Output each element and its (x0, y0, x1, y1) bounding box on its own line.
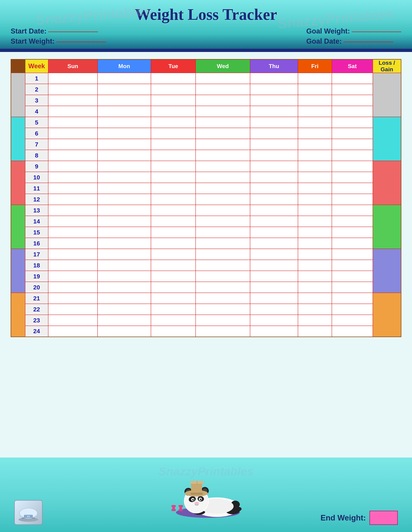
day-cell[interactable] (48, 260, 97, 271)
day-cell[interactable] (250, 183, 298, 194)
day-cell[interactable] (332, 194, 373, 205)
day-cell[interactable] (298, 304, 332, 315)
loss-gain-cell[interactable] (373, 161, 401, 205)
day-cell[interactable] (332, 282, 373, 293)
day-cell[interactable] (48, 282, 97, 293)
day-cell[interactable] (250, 194, 298, 205)
day-cell[interactable] (48, 216, 97, 227)
day-cell[interactable] (332, 106, 373, 117)
day-cell[interactable] (196, 161, 250, 172)
day-cell[interactable] (196, 326, 250, 337)
day-cell[interactable] (48, 238, 97, 249)
day-cell[interactable] (298, 216, 332, 227)
day-cell[interactable] (151, 194, 196, 205)
day-cell[interactable] (250, 117, 298, 128)
day-cell[interactable] (196, 304, 250, 315)
day-cell[interactable] (250, 293, 298, 304)
loss-gain-cell[interactable] (373, 249, 401, 293)
start-date-line[interactable] (48, 30, 98, 32)
day-cell[interactable] (97, 73, 151, 84)
day-cell[interactable] (151, 304, 196, 315)
day-cell[interactable] (151, 150, 196, 161)
day-cell[interactable] (48, 304, 97, 315)
day-cell[interactable] (250, 282, 298, 293)
day-cell[interactable] (151, 227, 196, 238)
day-cell[interactable] (151, 260, 196, 271)
day-cell[interactable] (196, 293, 250, 304)
day-cell[interactable] (250, 139, 298, 150)
day-cell[interactable] (151, 249, 196, 260)
day-cell[interactable] (151, 205, 196, 216)
day-cell[interactable] (332, 205, 373, 216)
day-cell[interactable] (332, 304, 373, 315)
day-cell[interactable] (298, 326, 332, 337)
day-cell[interactable] (151, 183, 196, 194)
day-cell[interactable] (298, 117, 332, 128)
day-cell[interactable] (151, 117, 196, 128)
day-cell[interactable] (196, 84, 250, 95)
day-cell[interactable] (97, 95, 151, 106)
day-cell[interactable] (196, 205, 250, 216)
day-cell[interactable] (151, 271, 196, 282)
day-cell[interactable] (298, 194, 332, 205)
loss-gain-cell[interactable] (373, 117, 401, 161)
day-cell[interactable] (48, 271, 97, 282)
day-cell[interactable] (250, 315, 298, 326)
day-cell[interactable] (196, 249, 250, 260)
day-cell[interactable] (48, 150, 97, 161)
day-cell[interactable] (196, 216, 250, 227)
day-cell[interactable] (250, 128, 298, 139)
day-cell[interactable] (151, 106, 196, 117)
day-cell[interactable] (97, 293, 151, 304)
day-cell[interactable] (250, 161, 298, 172)
day-cell[interactable] (298, 73, 332, 84)
day-cell[interactable] (151, 216, 196, 227)
day-cell[interactable] (97, 161, 151, 172)
day-cell[interactable] (196, 150, 250, 161)
day-cell[interactable] (48, 139, 97, 150)
day-cell[interactable] (48, 315, 97, 326)
day-cell[interactable] (332, 73, 373, 84)
loss-gain-cell[interactable] (373, 205, 401, 249)
day-cell[interactable] (250, 150, 298, 161)
day-cell[interactable] (196, 106, 250, 117)
day-cell[interactable] (196, 139, 250, 150)
day-cell[interactable] (298, 249, 332, 260)
day-cell[interactable] (298, 293, 332, 304)
day-cell[interactable] (196, 271, 250, 282)
day-cell[interactable] (48, 293, 97, 304)
day-cell[interactable] (97, 205, 151, 216)
day-cell[interactable] (298, 260, 332, 271)
day-cell[interactable] (48, 183, 97, 194)
day-cell[interactable] (196, 315, 250, 326)
day-cell[interactable] (97, 194, 151, 205)
day-cell[interactable] (196, 282, 250, 293)
day-cell[interactable] (298, 150, 332, 161)
day-cell[interactable] (332, 139, 373, 150)
day-cell[interactable] (97, 183, 151, 194)
day-cell[interactable] (97, 315, 151, 326)
day-cell[interactable] (48, 249, 97, 260)
day-cell[interactable] (151, 161, 196, 172)
day-cell[interactable] (151, 326, 196, 337)
day-cell[interactable] (250, 249, 298, 260)
day-cell[interactable] (97, 249, 151, 260)
day-cell[interactable] (97, 282, 151, 293)
day-cell[interactable] (332, 227, 373, 238)
day-cell[interactable] (97, 326, 151, 337)
day-cell[interactable] (250, 84, 298, 95)
day-cell[interactable] (97, 304, 151, 315)
day-cell[interactable] (250, 227, 298, 238)
day-cell[interactable] (196, 194, 250, 205)
day-cell[interactable] (298, 183, 332, 194)
day-cell[interactable] (250, 216, 298, 227)
day-cell[interactable] (48, 106, 97, 117)
day-cell[interactable] (298, 161, 332, 172)
day-cell[interactable] (298, 84, 332, 95)
day-cell[interactable] (196, 238, 250, 249)
day-cell[interactable] (250, 172, 298, 183)
loss-gain-cell[interactable] (373, 73, 401, 117)
day-cell[interactable] (97, 106, 151, 117)
day-cell[interactable] (298, 205, 332, 216)
day-cell[interactable] (332, 183, 373, 194)
